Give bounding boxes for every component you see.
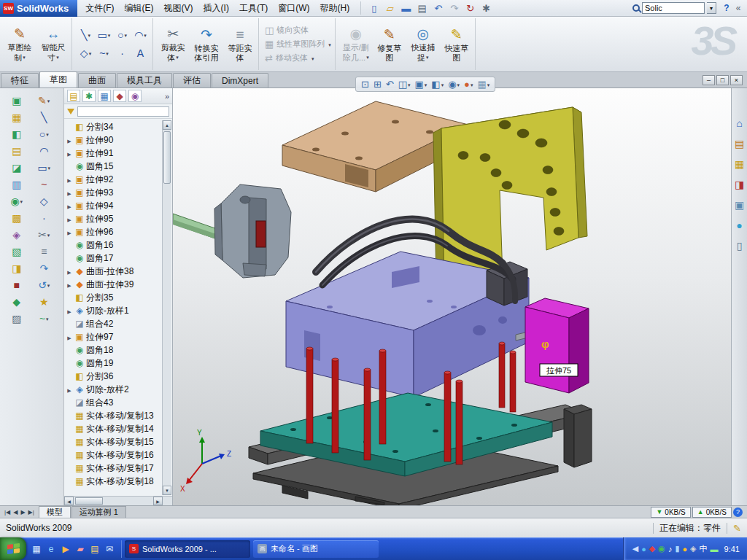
scroll-thumb[interactable] (75, 497, 103, 505)
part-yellow-bracket[interactable] (433, 107, 587, 287)
feature-tree-item[interactable]: ▣ 拉伸91 (66, 147, 163, 160)
feature-tree-item[interactable]: ◉ 圆角15 (66, 160, 163, 173)
left-toolbar-icon[interactable]: ✂ (38, 229, 50, 241)
custom-properties-icon[interactable]: ▯ (737, 240, 743, 252)
part-support-block[interactable] (564, 405, 592, 467)
left-toolbar-icon[interactable]: ≡ (41, 246, 47, 257)
solidworks-resources-icon[interactable]: ⌂ (736, 117, 742, 129)
feature-tree-item[interactable]: ▣ 拉伸93 (66, 186, 163, 199)
left-toolbar-icon[interactable]: ▦ (12, 112, 21, 123)
sketch-button[interactable]: ✎ 草图绘 制 (3, 18, 36, 70)
feature-tree-item[interactable]: ▣ 拉伸97 (66, 330, 163, 343)
feature-tree-item[interactable]: ◉ 圆角18 (66, 343, 163, 357)
command-tab[interactable]: 草图 (39, 71, 77, 88)
left-toolbar-icon[interactable]: ◉ (10, 195, 23, 207)
left-toolbar-icon[interactable]: ◨ (12, 262, 21, 274)
media-player-icon[interactable]: ▶ (60, 544, 71, 554)
search-dropdown-icon[interactable]: ▾ (707, 2, 716, 14)
zoom-fit-icon[interactable]: ⊡ (360, 79, 371, 90)
left-toolbar-icon[interactable]: · (42, 212, 46, 224)
left-toolbar-icon[interactable]: ▣ (12, 95, 21, 106)
expand-arrow-icon[interactable] (66, 279, 73, 289)
network-icon[interactable]: ▮ (675, 544, 679, 553)
show-desktop-icon[interactable]: ▦ (31, 544, 42, 554)
left-toolbar-icon[interactable]: ╲ (41, 112, 47, 123)
feature-tree-item[interactable]: ◧ 分割36 (66, 370, 163, 383)
left-toolbar-icon[interactable]: ~ (39, 313, 49, 324)
tree-filter-input[interactable] (77, 106, 169, 117)
left-toolbar-icon[interactable]: ▭ (37, 162, 50, 174)
filter-funnel-icon[interactable] (67, 109, 74, 114)
volume-icon[interactable]: ♪ (668, 545, 673, 553)
expand-arrow-icon[interactable] (66, 148, 73, 158)
left-toolbar-icon[interactable]: ◪ (12, 162, 21, 174)
ie-icon[interactable]: e (45, 544, 57, 554)
file-explorer-icon[interactable]: ▦ (735, 158, 744, 170)
feature-tree-item[interactable]: ◈ 切除-放样2 (66, 383, 163, 396)
feature-tree-item[interactable]: ◧ 分割34 (66, 120, 163, 133)
options-icon[interactable]: ✱ (479, 1, 493, 15)
polygon-tool-icon[interactable]: ◇ (77, 44, 95, 63)
open-icon[interactable]: ▱ (383, 1, 397, 15)
tree-vertical-scrollbar[interactable]: ▲ ▼ (162, 120, 171, 495)
left-toolbar-icon[interactable]: ▥ (12, 179, 21, 190)
im-icon[interactable]: ● (641, 545, 646, 553)
feature-tree-item[interactable]: ▦ 实体-移动/复制13 (66, 409, 163, 422)
expand-arrow-icon[interactable] (66, 187, 73, 198)
menu-item[interactable]: 编辑(E) (120, 0, 159, 17)
folder-icon[interactable]: ▤ (89, 544, 101, 554)
print-icon[interactable]: ▤ (415, 1, 429, 15)
ime-icon[interactable]: 中 (700, 543, 708, 554)
solidworks-launch-icon[interactable]: ▰ (74, 544, 86, 554)
scroll-up-icon[interactable]: ▲ (163, 120, 171, 130)
command-tab[interactable]: 评估 (173, 73, 211, 88)
text-tool-icon[interactable]: A (131, 44, 150, 63)
left-toolbar-icon[interactable]: ✎ (38, 95, 50, 106)
model-tab[interactable]: 模型 (39, 506, 71, 518)
command-tab[interactable]: DimXpert (212, 73, 268, 88)
save-icon[interactable]: ▬ (399, 1, 413, 15)
antivirus-icon[interactable]: ◆ (649, 544, 655, 553)
search-input[interactable]: Solic (642, 2, 705, 14)
feature-tree-item[interactable]: ◉ 圆角17 (66, 252, 163, 265)
view-orientation-icon[interactable]: ▣ (414, 79, 429, 90)
menu-item[interactable]: 文件(F) (80, 0, 119, 17)
command-tab[interactable]: 特征 (1, 73, 39, 88)
move-entities-button[interactable]: ⇄ 移动实体 (265, 52, 331, 63)
left-toolbar-icon[interactable]: ▧ (12, 246, 21, 257)
rebuild-icon[interactable]: ↻ (463, 1, 477, 15)
doc-close-button[interactable]: × (730, 75, 743, 85)
battery-icon[interactable]: ▬ (711, 545, 719, 553)
apply-scene-icon[interactable]: ▦ (476, 79, 491, 90)
feature-tree-item[interactable]: ▦ 实体-移动/复制17 (66, 462, 163, 475)
new-document-icon[interactable]: ▯ (367, 1, 381, 15)
feature-tree-item[interactable]: ▦ 实体-移动/复制14 (66, 422, 163, 435)
doc-minimize-button[interactable]: – (703, 75, 715, 85)
expand-arrow-icon[interactable] (66, 332, 73, 342)
help-icon[interactable]: ? (721, 3, 732, 13)
left-toolbar-icon[interactable]: ▨ (12, 313, 21, 324)
menu-item[interactable]: 窗口(W) (273, 0, 314, 17)
panel-expand-button[interactable]: » (165, 92, 169, 101)
doc-restore-button[interactable]: □ (716, 75, 729, 85)
feature-tree-item[interactable]: ◪ 组合43 (66, 396, 163, 409)
feature-tree-item[interactable]: ▦ 实体-移动/复制15 (66, 435, 163, 448)
taskbar-task-button[interactable]: 画 未命名 - 画图 (253, 540, 379, 558)
part-clamp-block[interactable] (214, 184, 291, 278)
undo-icon[interactable]: ↶ (431, 1, 445, 15)
tray-chevron-icon[interactable]: ◀ (632, 544, 638, 553)
update-icon[interactable]: ● (682, 545, 687, 553)
feature-tree-item[interactable]: ▦ 实体-移动/复制18 (66, 475, 163, 488)
left-toolbar-icon[interactable]: ○ (39, 128, 49, 140)
expand-arrow-icon[interactable] (66, 174, 73, 184)
display-style-icon[interactable]: ◧ (430, 79, 445, 90)
left-toolbar-icon[interactable]: ◆ (12, 296, 20, 308)
feature-tree-item[interactable]: ▣ 拉伸90 (66, 133, 163, 147)
left-toolbar-icon[interactable]: ■ (14, 279, 20, 291)
zoom-area-icon[interactable]: ⊞ (372, 79, 383, 90)
left-toolbar-icon[interactable]: ~ (41, 179, 47, 190)
repair-sketch-button[interactable]: ✎ 修复草 图 (373, 18, 406, 70)
feature-tree-item[interactable]: ▣ 拉伸96 (66, 225, 163, 238)
quick-sketch-button[interactable]: ✎ 快速草 图 (440, 18, 473, 70)
left-toolbar-icon[interactable]: ◈ (12, 229, 20, 241)
